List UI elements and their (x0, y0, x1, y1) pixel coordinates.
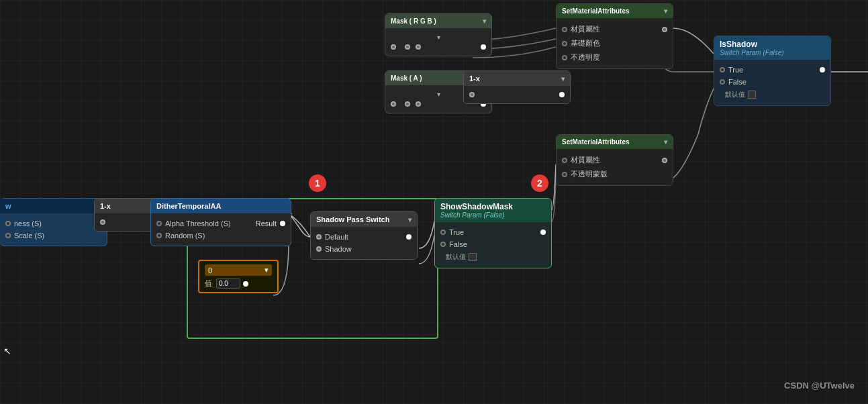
pin-1x-right-out (559, 92, 565, 97)
pin-show-true-out (540, 230, 546, 235)
node-mask-rgb: Mask ( R G B ) ▾ ▾ (385, 13, 492, 56)
pin-mat-top-0-out (662, 27, 667, 32)
node-mask-rgb-pin-row (385, 42, 491, 52)
pin-default-out (406, 234, 412, 240)
value-dropdown[interactable]: 0 ▾ (205, 264, 272, 276)
node-shadow-pass-header: Shadow Pass Switch ▾ (311, 212, 417, 227)
node-mask-rgb-body: ▾ (385, 28, 491, 56)
pin-mask-rgb-out (481, 44, 486, 50)
pin-mat-bottom-0-in (562, 158, 567, 163)
node-1x-right-pin-row (464, 90, 570, 99)
pin-mat-bottom-0-out (662, 158, 667, 163)
node-isshadow-header: IsShadow Switch Param (False) (714, 36, 830, 60)
node-left-partial-header: w (0, 199, 107, 213)
node-mask-rgb-arrow[interactable]: ▾ (483, 17, 486, 25)
node-set-mat-top-row-1: 基礎顏色 (557, 36, 673, 50)
pin-mat-top-1-in (562, 41, 567, 46)
pin-mask-a-in-1 (391, 101, 396, 107)
pin-mat-top-2-in (562, 55, 567, 60)
node-show-shadow-false-row: False (435, 238, 551, 250)
badge-1: 1 (309, 174, 326, 192)
node-isshadow: IsShadow Switch Param (False) True False… (714, 36, 831, 106)
node-row-scale: Scale (S) (0, 230, 107, 242)
badge-2: 2 (531, 174, 548, 192)
node-1x-right-body (464, 86, 570, 103)
pin-mat-top-0-in (562, 27, 567, 32)
node-set-mat-top-header: SetMaterialAttributes ▾ (557, 4, 673, 18)
node-dither-body: Alpha Threshold (S) Result Random (S) (151, 213, 291, 246)
node-1x-right-arrow[interactable]: ▾ (561, 75, 565, 83)
pin-random-in (156, 233, 162, 238)
node-set-mat-bottom: SetMaterialAttributes ▾ 材質屬性 不透明蒙版 (556, 134, 673, 186)
pin-mask-rgb-in-3 (416, 44, 421, 50)
node-1x-right: 1-x ▾ (463, 70, 571, 104)
mask-rgb-chevron[interactable]: ▾ (385, 32, 491, 42)
node-shadow-pass-shadow-row: Shadow (311, 243, 417, 255)
node-left-partial: w ness (S) Scale (S) (0, 198, 107, 246)
pin-mask-a-in-2 (405, 101, 410, 107)
node-show-shadow-body: True False 默认值 (435, 222, 551, 268)
pin-mask-rgb-in-2 (405, 44, 410, 50)
pin-mat-bottom-1-in (562, 172, 567, 177)
node-dither-row-alpha: Alpha Threshold (S) Result (151, 217, 291, 230)
node-isshadow-body: True False 默认值 (714, 60, 830, 105)
watermark: CSDN @UTwelve (784, 381, 855, 391)
node-set-mat-bottom-row-1: 不透明蒙版 (557, 167, 673, 181)
pin-value-out (243, 281, 248, 287)
node-isshadow-false-row: False (714, 76, 830, 88)
value-row: 值 (205, 279, 272, 289)
value-input[interactable] (216, 279, 240, 289)
node-dither: DitherTemporalAA Alpha Threshold (S) Res… (150, 198, 291, 246)
value-dropdown-arrow: ▾ (264, 266, 269, 274)
node-show-shadow-mask: ShowShadowMask Switch Param (False) True… (434, 198, 552, 268)
isshadow-defaults-checkbox[interactable] (748, 91, 756, 99)
node-left-partial-title-w: w (5, 202, 11, 210)
pin-default-in (316, 234, 322, 240)
node-row-ness: ness (S) (0, 217, 107, 230)
pin-1x-right-in (469, 92, 475, 97)
pin-show-true-in (440, 230, 446, 235)
node-set-mat-bottom-arrow[interactable]: ▾ (664, 138, 667, 146)
node-shadow-pass-switch: Shadow Pass Switch ▾ Default Shadow (310, 211, 418, 260)
node-set-mat-top-arrow[interactable]: ▾ (664, 7, 667, 15)
node-set-mat-bottom-header: SetMaterialAttributes ▾ (557, 135, 673, 149)
pin-isshadow-false-in (720, 79, 725, 85)
node-set-mat-top-row-0: 材質屬性 (557, 22, 673, 36)
show-shadow-defaults-checkbox[interactable] (469, 253, 477, 261)
pin-isshadow-true-in (720, 67, 725, 72)
node-show-shadow-defaults: 默认值 (435, 250, 551, 264)
pin-mask-rgb-in-1 (391, 44, 396, 50)
node-shadow-pass-default-row: Default (311, 231, 417, 243)
pin-alpha-in (156, 221, 162, 226)
node-set-mat-bottom-row-0: 材質屬性 (557, 153, 673, 167)
pin-shadow-in (316, 246, 322, 252)
node-set-mat-top: SetMaterialAttributes ▾ 材質屬性 基礎顏色 不透明度 (556, 3, 673, 69)
node-isshadow-defaults: 默认值 (714, 88, 830, 101)
value-box: 0 ▾ 值 (198, 260, 279, 293)
node-isshadow-true-row: True (714, 64, 830, 76)
node-dither-header: DitherTemporalAA (151, 199, 291, 213)
node-1x-right-header: 1-x ▾ (464, 71, 570, 86)
node-set-mat-top-row-2: 不透明度 (557, 50, 673, 64)
node-set-mat-bottom-body: 材質屬性 不透明蒙版 (557, 149, 673, 185)
pin-scale-in (5, 233, 11, 238)
node-dither-row-random: Random (S) (151, 230, 291, 242)
node-left-partial-body: ness (S) Scale (S) (0, 213, 107, 246)
node-set-mat-top-body: 材質屬性 基礎顏色 不透明度 (557, 18, 673, 68)
pin-1x-left-in (100, 219, 105, 225)
pin-mask-a-in-3 (416, 101, 421, 107)
pin-show-false-in (440, 242, 446, 247)
node-show-shadow-true-row: True (435, 226, 551, 238)
node-shadow-pass-arrow[interactable]: ▾ (408, 216, 412, 223)
node-show-shadow-header: ShowShadowMask Switch Param (False) (435, 199, 551, 222)
pin-ness-in (5, 221, 11, 226)
node-shadow-pass-body: Default Shadow (311, 227, 417, 259)
pin-isshadow-true-out (820, 67, 825, 72)
pin-result-out (280, 221, 285, 226)
node-mask-rgb-header: Mask ( R G B ) ▾ (385, 14, 491, 28)
